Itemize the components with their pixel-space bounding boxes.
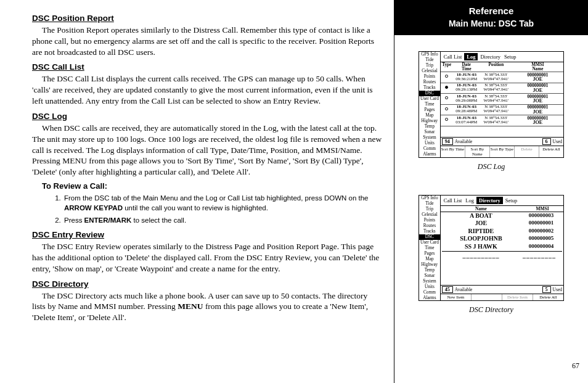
directory-row: JOE000000001: [441, 220, 563, 228]
directory-row: RIPTIDE000000002: [441, 228, 563, 236]
directory-row: SLOOPJOHNB000000005: [441, 235, 563, 243]
subhead-review-call: To Review a Call:: [42, 181, 383, 191]
caption-dsc-log: DSC Log: [478, 162, 505, 171]
step-1: From the DSC tab of the Main Menu and th…: [63, 193, 383, 213]
figure-dsc-directory: GPS InfoTideTripCelestialPointsRoutesTra…: [394, 195, 588, 315]
directory-row: SS J HAWK000000004: [441, 243, 563, 251]
log-row: 18-JUN-0309:29:13PMN 38°54.333'W094°47.9…: [441, 83, 563, 94]
figure-dsc-log: GPS InfoTideTripCelestialPointsRoutesTra…: [394, 51, 588, 171]
main-content: DSC Position Report The Position Report …: [0, 0, 394, 383]
side-column: Reference Main Menu: DSC Tab GPS InfoTid…: [394, 0, 588, 383]
heading-position-report: DSC Position Report: [32, 14, 383, 23]
log-row: 18-JUN-0309:36:21PMN 38°54.333'W094°47.9…: [441, 72, 563, 83]
header-subtitle: Main Menu: DSC Tab: [394, 19, 588, 28]
status-bar: 94Available 6Used: [441, 137, 563, 146]
para-directory: The DSC Directory acts much like a phone…: [32, 290, 383, 323]
log-row: 18-JUN-0303:07:44PMN 38°54.333'W094°47.9…: [441, 115, 563, 126]
log-row: 18-JUN-0309:28:48PMN 38°54.333'W094°47.9…: [441, 105, 563, 116]
page-number: 67: [572, 361, 579, 371]
para-position-report: The Position Report operates similarly t…: [32, 25, 383, 57]
gps-directory-screen: GPS InfoTideTripCelestialPointsRoutesTra…: [419, 195, 564, 302]
bottom-bar: Sort By TimeSort By NameSort By TypeDele…: [441, 146, 563, 157]
log-header-row: Type DateTime Position MMSIName: [441, 62, 563, 72]
heading-call-list: DSC Call List: [32, 62, 383, 72]
dir-header-row: Name MMSI: [441, 205, 563, 212]
steps-review-call: From the DSC tab of the Main Menu and th…: [63, 193, 383, 225]
caption-dsc-directory: DSC Directory: [469, 305, 513, 315]
heading-dsc-log: DSC Log: [32, 112, 383, 121]
para-call-list: The DSC Call List displays the current c…: [32, 73, 383, 106]
step-2: Press ENTER/MARK to select the call.: [63, 215, 383, 225]
page-header: Reference Main Menu: DSC Tab: [394, 0, 588, 35]
empty-entry-row: __________ _________: [441, 252, 563, 258]
status-bar: 45Available 5Used: [441, 285, 563, 294]
para-dsc-log: When DSC calls are received, they are au…: [32, 123, 383, 178]
gps-log-screen: GPS InfoTideTripCelestialPointsRoutesTra…: [419, 51, 564, 158]
directory-row: A BOAT000000003: [441, 212, 563, 220]
header-reference: Reference: [394, 6, 588, 16]
gps-tabs: Call ListLogDirectorySetup: [441, 52, 563, 62]
log-row: 18-JUN-0309:29:08PMN 38°54.333'W094°47.9…: [441, 94, 563, 105]
gps-tabs: Call ListLogDirectorySetup: [441, 196, 563, 205]
gps-sidebar: GPS InfoTideTripCelestialPointsRoutesTra…: [419, 196, 441, 301]
para-entry-review: The DSC Entry Review operates similarly …: [32, 241, 383, 274]
gps-sidebar: GPS InfoTideTripCelestialPointsRoutesTra…: [419, 52, 441, 157]
heading-directory: DSC Directory: [32, 279, 383, 289]
bottom-bar: New ItemDelete ItemDelete All: [441, 294, 563, 300]
heading-entry-review: DSC Entry Review: [32, 230, 383, 239]
